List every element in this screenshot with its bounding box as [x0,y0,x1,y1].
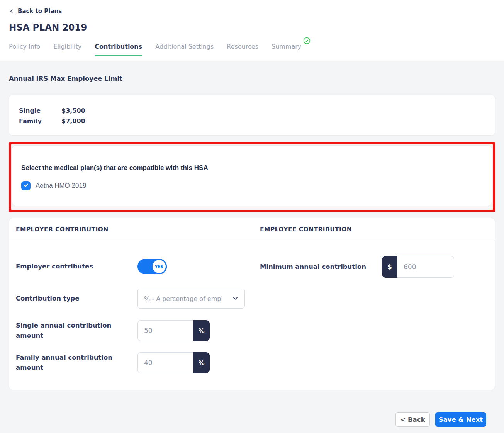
toggle-knob: YES [151,259,167,274]
back-link-label: Back to Plans [18,8,62,15]
irs-row-single: Single $3,500 [19,105,485,116]
chevron-down-icon [229,294,239,303]
family-amount-input[interactable] [137,352,193,373]
employee-column: Minimum annual contribution $ [260,256,488,373]
minimum-contribution-row: Minimum annual contribution $ [260,256,488,278]
contributions-card: EMPLOYER CONTRIBUTION EMPLOYEE CONTRIBUT… [9,218,495,390]
tab-contributions[interactable]: Contributions [95,42,142,56]
back-button[interactable]: < Back [395,412,430,427]
irs-single-label: Single [19,105,61,116]
highlight-annotation-box: Select the medical plan(s) that are comp… [9,142,495,212]
single-amount-row: Single annual contribution amount % [16,320,260,341]
check-circle-icon [303,37,311,47]
irs-family-label: Family [19,116,61,126]
irs-single-value: $3,500 [61,105,85,116]
single-amount-input-group: % [137,320,210,341]
toggle-value-label: YES [155,265,163,269]
tab-summary-label: Summary [272,43,301,50]
employer-contributes-label: Employer contributes [16,261,137,272]
single-amount-label: Single annual contribution amount [16,321,137,341]
employee-contribution-heading: EMPLOYEE CONTRIBUTION [260,218,488,241]
tab-bar: Policy Info Eligibility Contributions Ad… [9,42,495,56]
irs-limit-heading: Annual IRS Max Employee Limit [9,75,495,83]
employer-column: Employer contributes YES Contribution ty… [16,256,260,373]
employer-contributes-row: Employer contributes YES [16,256,260,277]
tab-summary[interactable]: Summary [272,42,301,56]
tab-policy-info[interactable]: Policy Info [9,42,40,56]
contribution-type-label: Contribution type [16,294,137,304]
save-next-button[interactable]: Save & Next [435,412,486,427]
contribution-type-row: Contribution type % - A percentage of em… [16,288,260,309]
family-amount-row: Family annual contribution amount % [16,352,260,373]
tab-resources[interactable]: Resources [227,42,258,56]
employer-contribution-heading: EMPLOYER CONTRIBUTION [16,218,260,241]
checkmark-icon [23,182,29,190]
minimum-contribution-input-group: $ [382,256,454,278]
minimum-contribution-label: Minimum annual contribution [260,262,382,272]
contribution-type-value: % - A percentage of empl [144,295,229,302]
page-title: HSA PLAN 2019 [9,22,495,33]
back-to-plans-link[interactable]: Back to Plans [9,8,62,15]
family-amount-input-group: % [137,352,210,373]
compatible-plans-prompt: Select the medical plan(s) that are comp… [21,163,483,173]
plan-checkbox[interactable] [21,181,31,190]
tab-additional-settings[interactable]: Additional Settings [155,42,214,56]
percent-addon: % [193,320,210,341]
minimum-contribution-input[interactable] [397,256,454,278]
family-amount-label: Family annual contribution amount [16,353,137,373]
main-content: Annual IRS Max Employee Limit Single $3,… [0,75,504,427]
compatible-plans-card: Select the medical plan(s) that are comp… [12,145,492,206]
contribution-type-select[interactable]: % - A percentage of empl [137,289,245,309]
dollar-addon: $ [382,256,397,278]
page-header: Back to Plans HSA PLAN 2019 Policy Info … [0,0,504,61]
irs-row-family: Family $7,000 [19,116,485,126]
plan-label: Aetna HMO 2019 [36,182,86,190]
chevron-left-icon [9,8,14,14]
single-amount-input[interactable] [137,320,193,341]
plan-checkbox-row: Aetna HMO 2019 [21,181,483,190]
tab-eligibility[interactable]: Eligibility [53,42,81,56]
contributions-card-header: EMPLOYER CONTRIBUTION EMPLOYEE CONTRIBUT… [9,218,495,241]
percent-addon: % [193,352,210,373]
footer-actions: < Back Save & Next [9,412,486,427]
employer-contributes-toggle[interactable]: YES [137,259,167,274]
contributions-card-body: Employer contributes YES Contribution ty… [9,241,495,390]
irs-limit-card: Single $3,500 Family $7,000 [9,95,495,136]
irs-family-value: $7,000 [61,116,85,126]
